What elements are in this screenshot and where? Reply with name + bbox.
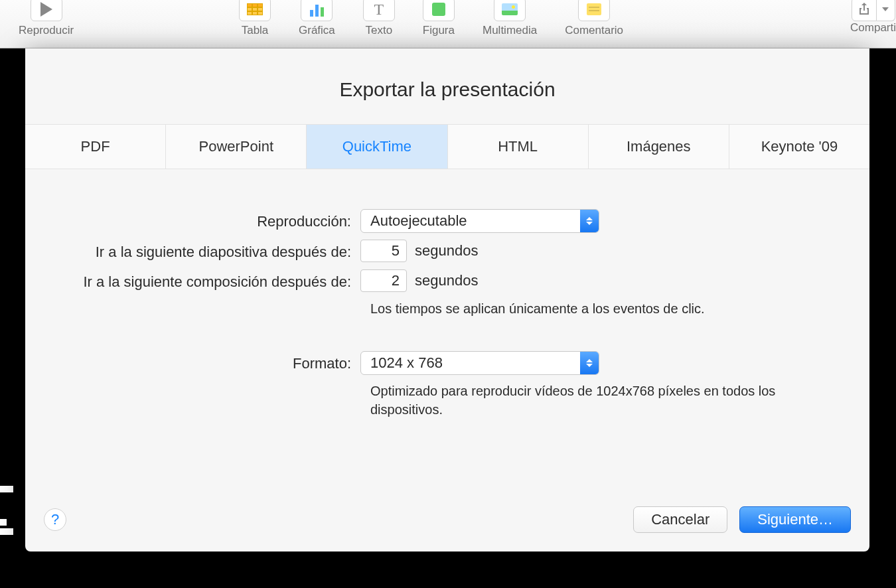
share-button-group: Comparti: [850, 0, 896, 35]
playback-label: Reproducción:: [25, 209, 360, 232]
toolbar-texto[interactable]: T Texto: [356, 0, 402, 37]
next-button[interactable]: Siguiente…: [739, 506, 851, 533]
media-icon: [494, 0, 526, 21]
seconds-unit: segundos: [415, 242, 478, 259]
select-arrows-icon-2: [580, 352, 599, 374]
playback-value: Autoejecutable: [361, 212, 580, 230]
tab-quicktime[interactable]: QuickTime: [307, 125, 447, 169]
export-tabs: PDF PowerPoint QuickTime HTML Imágenes K…: [25, 124, 869, 169]
chart-icon: [301, 0, 333, 21]
format-select[interactable]: 1024 x 768: [360, 351, 599, 375]
seconds-unit-2: segundos: [415, 272, 478, 289]
tab-pdf[interactable]: PDF: [25, 125, 166, 169]
tab-imagenes[interactable]: Imágenes: [589, 125, 729, 169]
format-value: 1024 x 768: [361, 354, 580, 372]
toolbar-tabla[interactable]: Tabla: [232, 0, 277, 37]
text-icon: T: [363, 0, 395, 21]
select-arrows-icon: [580, 210, 599, 232]
play-label: Reproducir: [19, 24, 74, 37]
toolbar-multimedia[interactable]: Multimedia: [476, 0, 544, 37]
tab-html[interactable]: HTML: [448, 125, 589, 169]
help-button[interactable]: ?: [44, 508, 66, 531]
cancel-button[interactable]: Cancelar: [633, 506, 727, 533]
share-label: Comparti: [850, 21, 896, 35]
play-button[interactable]: Reproducir: [12, 0, 80, 37]
shape-icon: [423, 0, 455, 21]
help-icon: ?: [51, 511, 59, 528]
timing-note: Los tiempos se aplican únicamente a los …: [370, 299, 869, 318]
toolbar-comentario[interactable]: Comentario: [558, 0, 630, 37]
share-icon[interactable]: [852, 0, 877, 21]
toolbar-figura[interactable]: Figura: [416, 0, 461, 37]
share-dropdown-icon[interactable]: [877, 0, 895, 21]
dialog-title: Exportar la presentación: [25, 48, 869, 124]
comment-icon: [578, 0, 610, 21]
table-icon: [239, 0, 271, 21]
next-build-input[interactable]: [360, 269, 407, 292]
next-slide-label: Ir a la siguiente diapositiva después de…: [25, 240, 360, 263]
toolbar-grafica[interactable]: Gráfica: [292, 0, 342, 37]
format-label: Formato:: [25, 351, 360, 374]
tab-powerpoint[interactable]: PowerPoint: [166, 125, 307, 169]
next-build-label: Ir a la siguiente composición después de…: [25, 269, 360, 293]
play-icon: [31, 0, 62, 21]
main-toolbar: Reproducir Tabla Gráfica T Texto Figura: [0, 0, 896, 48]
export-dialog: Exportar la presentación PDF PowerPoint …: [25, 48, 869, 551]
next-slide-input[interactable]: [360, 240, 407, 262]
tab-keynote09[interactable]: Keynote '09: [729, 125, 869, 169]
playback-select[interactable]: Autoejecutable: [360, 209, 599, 233]
format-note: Optimizado para reproducir vídeos de 102…: [370, 382, 869, 419]
